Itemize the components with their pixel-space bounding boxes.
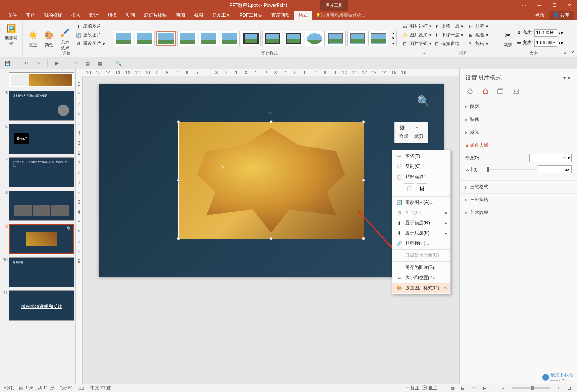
tab-file[interactable]: 文件 bbox=[3, 11, 21, 20]
thumb-slide-10[interactable]: 案例内容 bbox=[9, 257, 74, 287]
picture-style-8[interactable] bbox=[262, 31, 282, 46]
height-input[interactable] bbox=[534, 29, 557, 37]
picture-style-1[interactable] bbox=[114, 31, 133, 46]
selection-pane-button[interactable]: ⊡选择窗格 bbox=[432, 40, 465, 48]
section-3d-rotation[interactable]: ▷三维旋转 bbox=[460, 194, 577, 206]
view-outline-button[interactable]: ▤ bbox=[83, 59, 92, 68]
resize-handle-br[interactable] bbox=[362, 237, 365, 240]
thumb-slide-5[interactable]: 历史最伟大的贡献人民的发现 bbox=[9, 91, 74, 121]
preset-combo[interactable]: ▭ ▾ bbox=[529, 154, 572, 162]
picture-style-10[interactable] bbox=[305, 31, 325, 46]
tab-insert[interactable]: 插入 bbox=[67, 11, 85, 20]
resize-handle-tm[interactable] bbox=[270, 120, 273, 123]
picture-style-4[interactable] bbox=[177, 31, 197, 46]
thumb-slide-9[interactable]: 🔍 bbox=[9, 224, 74, 254]
tab-baidu-netdisk[interactable]: 百度网盘 bbox=[267, 11, 294, 20]
language-status[interactable]: 中文(中国) bbox=[90, 385, 111, 391]
zoom-in-button[interactable]: + bbox=[554, 385, 563, 392]
undo-button[interactable]: ↶ bbox=[22, 59, 31, 68]
view-normal-button[interactable]: ▭ bbox=[71, 59, 80, 68]
change-picture-button[interactable]: 🔄更改图片 bbox=[74, 31, 107, 39]
align-button[interactable]: ⊫对齐 ▾ bbox=[466, 22, 490, 30]
ctx-save-as-picture[interactable]: 另存为图片(S)... bbox=[392, 262, 450, 273]
size-spinner[interactable]: ▴▾ bbox=[538, 165, 572, 173]
tab-developer[interactable]: 开发工具 bbox=[208, 11, 235, 20]
maximize-button[interactable]: ☐ bbox=[547, 0, 562, 11]
zoom-slider[interactable] bbox=[512, 387, 550, 389]
tell-me-search[interactable]: 💡 告诉我您想要做什么... bbox=[315, 12, 365, 19]
gallery-more[interactable]: ▲▼▾ bbox=[390, 31, 397, 46]
ctx-send-back[interactable]: ⬇置于底层(K)▶ bbox=[392, 228, 450, 238]
pane-tab-size[interactable] bbox=[495, 86, 505, 96]
collapse-ribbon-button[interactable]: ^ bbox=[572, 50, 574, 55]
rotate-button[interactable]: ↻旋转 ▾ bbox=[466, 40, 490, 48]
slideshow-view-button[interactable]: ▶ bbox=[480, 385, 488, 392]
resize-handle-tl[interactable] bbox=[177, 120, 180, 123]
pane-tab-effects[interactable] bbox=[480, 86, 490, 96]
login-button[interactable]: 登录 bbox=[531, 11, 549, 20]
resize-handle-tr[interactable] bbox=[362, 120, 365, 123]
mini-style-button[interactable]: 🖼样式 bbox=[396, 123, 411, 141]
size-dialog-launcher[interactable]: ◢ bbox=[563, 51, 568, 56]
paste-option-1[interactable]: 📋 bbox=[404, 183, 414, 194]
tab-my-templates[interactable]: 我的模板 bbox=[39, 11, 67, 20]
picture-effects-button[interactable]: ✨图片效果 ▾ bbox=[400, 31, 433, 39]
tab-view[interactable]: 视图 bbox=[190, 11, 208, 20]
tab-animations[interactable]: 动画 bbox=[121, 11, 140, 20]
resize-handle-mr[interactable] bbox=[362, 179, 365, 182]
picture-style-12[interactable] bbox=[347, 31, 367, 46]
pane-tab-picture[interactable] bbox=[511, 86, 521, 96]
picture-border-button[interactable]: ▭图片边框 ▾ bbox=[400, 22, 433, 30]
ctx-bring-front[interactable]: ⬆置于顶层(R)▶ bbox=[392, 218, 450, 228]
minimize-button[interactable]: ─ bbox=[532, 0, 547, 11]
redo-button[interactable]: ↷ bbox=[34, 59, 43, 68]
bring-forward-button[interactable]: ⬆上移一层 ▾ bbox=[432, 22, 465, 30]
ribbon-display-options[interactable]: ▭ bbox=[516, 0, 532, 11]
tab-home[interactable]: 开始 bbox=[21, 11, 39, 20]
pane-tab-fill[interactable] bbox=[465, 86, 475, 96]
paste-option-2[interactable]: 🖼 bbox=[417, 183, 427, 194]
styles-dialog-launcher[interactable]: ◢ bbox=[423, 51, 428, 56]
normal-view-button[interactable]: ▦ bbox=[448, 385, 456, 392]
tab-transitions[interactable]: 切换 bbox=[103, 11, 121, 20]
picture-style-11[interactable] bbox=[326, 31, 346, 46]
selected-picture[interactable]: ⟲ ↖ bbox=[178, 122, 364, 239]
picture-style-9[interactable] bbox=[284, 31, 303, 46]
tab-format[interactable]: 格式 bbox=[294, 11, 312, 20]
zoom-button[interactable]: 🔍 bbox=[114, 59, 123, 68]
fit-window-button[interactable]: ⊡ bbox=[565, 385, 573, 392]
sorter-view-button[interactable]: ⊞ bbox=[459, 385, 467, 392]
section-glow[interactable]: ▷发光 bbox=[460, 126, 577, 139]
picture-style-5[interactable] bbox=[199, 31, 218, 46]
ctx-size-position[interactable]: ⇔大小和位置(Z)... bbox=[392, 273, 450, 283]
section-3d-format[interactable]: ▷三维格式 bbox=[460, 181, 577, 193]
notes-button[interactable]: ≡ 备注 bbox=[406, 385, 419, 391]
zoom-out-button[interactable]: − bbox=[499, 385, 507, 392]
picture-style-7[interactable] bbox=[241, 31, 261, 46]
compress-picture-button[interactable]: ⬇压缩图片 bbox=[74, 22, 107, 30]
resize-handle-bl[interactable] bbox=[177, 237, 180, 240]
tab-review[interactable]: 审阅 bbox=[171, 11, 190, 20]
ctx-copy[interactable]: 📄复制(C) bbox=[392, 161, 450, 172]
ctx-change-picture[interactable]: 🔄更改图片(A)... bbox=[392, 197, 450, 208]
section-shadow[interactable]: ▷阴影 bbox=[460, 100, 577, 113]
picture-style-3[interactable] bbox=[156, 31, 176, 46]
thumb-slide-4[interactable] bbox=[9, 72, 74, 87]
mini-crop-button[interactable]: ✂裁剪 bbox=[411, 123, 426, 141]
width-input[interactable] bbox=[534, 39, 557, 47]
tab-pdf-tools[interactable]: PDF工具集 bbox=[235, 11, 267, 20]
section-soft-edges[interactable]: ◢柔化边缘 bbox=[460, 139, 577, 151]
send-backward-button[interactable]: ⬇下移一层 ▾ bbox=[432, 31, 465, 39]
picture-style-6[interactable] bbox=[220, 31, 240, 46]
remove-background-button[interactable]: 🖼️ 删除背景 bbox=[2, 22, 20, 47]
thumb-slide-6[interactable]: E=mc² bbox=[9, 124, 74, 154]
group-button[interactable]: ⊞组合 ▾ bbox=[466, 31, 490, 39]
section-reflection[interactable]: ▷映像 bbox=[460, 113, 577, 126]
thumb-slide-8[interactable] bbox=[9, 191, 74, 221]
picture-layout-button[interactable]: ⊞图片版式 ▾ bbox=[400, 40, 433, 48]
reset-picture-button[interactable]: ↺重设图片 ▾ bbox=[74, 40, 107, 48]
comments-button[interactable]: 💬 批注 bbox=[422, 385, 437, 391]
resize-handle-ml[interactable] bbox=[177, 179, 180, 182]
ctx-hyperlink[interactable]: 🔗超链接(H)... bbox=[392, 238, 450, 248]
thumb-slide-11[interactable]: 模板编辑说明和反馈 bbox=[9, 290, 74, 321]
